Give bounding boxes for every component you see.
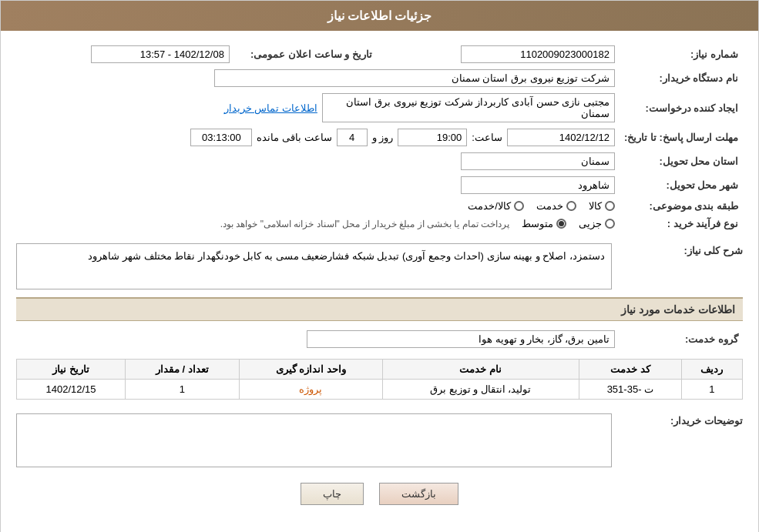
radio-motavasset-circle [556,219,566,229]
radio-khedmat-circle [566,201,576,211]
creator-value: مجتبی نازی حسن آبادی کاربرداز شرکت توزیع… [322,93,615,122]
city-value: شاهرود [461,176,615,194]
cell-qty: 1 [126,380,240,400]
radio-motavasset[interactable]: متوسط [522,218,566,229]
announce-label: تاریخ و ساعت اعلان عمومی: [234,42,388,66]
need-number-value: 1102009023000182 [461,45,615,63]
cell-unit: پروژه [239,380,382,400]
radio-jozi-label: جزیی [579,218,602,229]
print-button[interactable]: چاپ [301,483,364,505]
category-label: طبقه بندی موضوعی: [620,197,743,215]
button-row: بازگشت چاپ [16,483,743,520]
deadline-time-label: ساعت: [472,132,502,143]
buyer-org-value: شرکت توزیع نیروی برق استان سمنان [214,69,615,87]
radio-kala-khedmat-circle [514,201,524,211]
col-code: کد خدمت [579,360,681,380]
cell-row: 1 [681,380,742,400]
col-date: تاریخ نیاز [17,360,126,380]
services-section-title: اطلاعات خدمات مورد نیاز [16,297,743,321]
radio-kala-label: کالا [589,200,602,212]
deadline-remaining-label: ساعت باقی مانده [257,132,331,143]
radio-kala[interactable]: کالا [589,200,615,212]
radio-jozi[interactable]: جزیی [579,218,615,229]
buyer-notes-label: توضیحات خریدار: [620,410,743,427]
radio-jozi-circle [605,219,615,229]
purchase-type-label: نوع فرآیند خرید : [620,215,743,233]
city-label: شهر محل تحویل: [620,173,743,197]
service-group-label: گروه خدمت: [620,327,743,351]
service-group-value: تامین برق، گاز، بخار و تهویه هوا [307,330,615,348]
need-number-label: شماره نیاز: [620,42,743,66]
category-radio-group: کالا خدمت کالا/خدمت [21,200,615,212]
buyer-org-label: نام دستگاه خریدار: [620,66,743,90]
deadline-days: 4 [337,129,368,146]
purchase-type-group: جزیی متوسط پرداخت تمام یا بخشی از مبلغ خ… [21,218,615,229]
purchase-type-note: پرداخت تمام یا بخشی از مبلغ خریدار از مح… [220,219,509,229]
radio-motavasset-label: متوسط [522,218,553,229]
page-title: جزئیات اطلاعات نیاز [1,1,758,31]
radio-khedmat-label: خدمت [536,200,563,212]
deadline-remaining: 03:13:00 [190,129,252,146]
radio-kala-khedmat[interactable]: کالا/خدمت [468,200,524,212]
cell-date: 1402/12/15 [17,380,126,400]
need-description-label: شرح کلی نیاز: [620,240,743,256]
deadline-label: مهلت ارسال پاسخ: تا تاریخ: [620,125,743,149]
province-value: سمنان [461,152,615,170]
contact-link[interactable]: اطلاعات تماس خریدار [224,102,317,114]
services-table: ردیف کد خدمت نام خدمت واحد اندازه گیری ت… [16,359,743,400]
radio-khedmat[interactable]: خدمت [536,200,576,212]
col-name: نام خدمت [382,360,579,380]
cell-code: ت -35-351 [579,380,681,400]
deadline-date: 1402/12/12 [507,129,615,146]
need-description-text: دستمزد، اصلاح و بهینه سازی (احداث وجمع آ… [16,243,612,289]
cell-name: تولید، انتقال و توزیع برق [382,380,579,400]
announce-value: 1402/12/08 - 13:57 [91,45,230,63]
col-qty: تعداد / مقدار [126,360,240,380]
radio-kala-khedmat-label: کالا/خدمت [468,200,511,212]
col-row: ردیف [681,360,742,380]
buyer-notes-textarea[interactable] [16,413,612,467]
back-button[interactable]: بازگشت [379,483,458,505]
radio-kala-circle [605,201,615,211]
deadline-days-label: روز و [372,132,394,143]
table-row: 1ت -35-351تولید، انتقال و توزیع برقپروژه… [17,380,743,400]
province-label: استان محل تحویل: [620,149,743,173]
col-unit: واحد اندازه گیری [239,360,382,380]
creator-label: ایجاد کننده درخواست: [620,90,743,125]
deadline-time: 19:00 [398,129,467,146]
